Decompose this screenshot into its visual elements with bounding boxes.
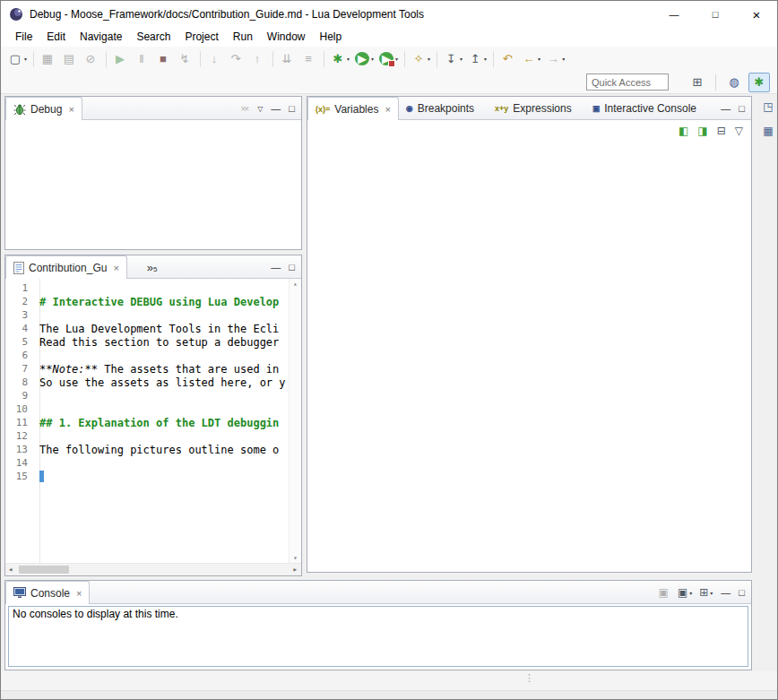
editor-line[interactable]: 7 **Note:** The assets that are used in — [5, 362, 289, 376]
editor-line[interactable]: 13 The following pictures outline some o — [5, 443, 289, 456]
hidden-editors-chevron[interactable]: » 5 — [147, 255, 158, 279]
debug-button[interactable]: ✱ ▾ — [329, 49, 351, 69]
editor-line[interactable]: 5 Read this section to setup a debugger — [5, 335, 289, 349]
dropdown-arrow-icon: ▾ — [395, 56, 398, 62]
tab-icon: (x)= — [316, 105, 330, 114]
pin-view-icon[interactable]: ◨ — [697, 125, 707, 137]
pin-console-icon[interactable]: ▣ — [659, 586, 670, 599]
search-button[interactable]: ✧ ▾ — [410, 49, 432, 69]
disconnect-button[interactable]: ↯ — [176, 49, 195, 69]
tab-interactive-console[interactable]: ▣ Interactive Console — [585, 97, 710, 120]
menu-run[interactable]: Run — [226, 29, 260, 46]
window-close-button[interactable]: × — [736, 1, 777, 28]
minimized-view-icon[interactable]: ▦ — [760, 123, 776, 139]
maximize-icon[interactable]: □ — [289, 262, 295, 272]
tab-contribution-guide[interactable]: Contribution_Gu × — [5, 255, 127, 279]
close-tab-icon[interactable]: × — [76, 588, 82, 599]
scroll-down-icon[interactable]: ▾ — [290, 554, 301, 562]
previous-annotation-button[interactable]: ↥ ▾ — [466, 49, 488, 69]
tab-variables[interactable]: (x)= Variables × — [307, 97, 399, 120]
editor-line[interactable]: 12 — [5, 429, 289, 443]
skip-all-breakpoints-button[interactable]: ⊘ — [82, 49, 101, 69]
menu-edit[interactable]: Edit — [39, 29, 73, 46]
debug-tabbar: Debug × ×× ▽ — □ — [5, 97, 301, 120]
ldt-app-icon — [9, 7, 23, 22]
menu-help[interactable]: Help — [313, 29, 350, 46]
forward-button[interactable]: → ▾ — [544, 49, 566, 69]
restore-minimized-view-icon[interactable]: ◳ — [760, 99, 776, 115]
show-logical-structure-icon[interactable]: ◧ — [679, 125, 688, 137]
scroll-right-icon[interactable]: ▸ — [293, 564, 298, 575]
new-button[interactable]: ▢ ▾ — [6, 49, 29, 69]
scrollbar-thumb[interactable] — [19, 566, 69, 574]
menu-window[interactable]: Window — [260, 29, 313, 46]
quick-access-input[interactable]: Quick Access — [586, 73, 669, 91]
save-button[interactable]: ▦ — [39, 49, 58, 69]
open-console-icon[interactable]: ⊞ ▾ — [699, 586, 713, 599]
menu-search[interactable]: Search — [129, 29, 177, 46]
collapse-all-icon[interactable]: ⊟ — [717, 125, 726, 137]
editor-line[interactable]: 10 — [5, 402, 289, 416]
view-menu-icon[interactable]: ▽ — [257, 105, 263, 113]
horizontal-scrollbar[interactable]: ◂ ▸ — [5, 563, 301, 575]
maximize-icon[interactable]: □ — [739, 587, 745, 598]
save-all-button[interactable]: ▤ — [60, 49, 80, 69]
vertical-scrollbar[interactable]: ▴ ▾ — [289, 279, 301, 563]
tab-debug[interactable]: Debug × — [5, 97, 82, 120]
editor-line[interactable]: 4 The Lua Development Tools in the Ecli — [5, 322, 289, 335]
dropdown-arrow-icon: ▾ — [562, 56, 565, 62]
use-step-filters-button[interactable]: ≡ — [299, 49, 319, 69]
editor-line[interactable]: 2 # Interactive DEBUG using Lua Develop — [5, 295, 289, 308]
close-tab-icon[interactable]: × — [68, 104, 73, 115]
display-selected-console-icon[interactable]: ▣ ▾ — [678, 586, 692, 599]
last-edit-location-button[interactable]: ↶ — [498, 49, 518, 69]
debug-view-content — [5, 120, 301, 249]
next-annotation-button[interactable]: ↧ ▾ — [442, 49, 464, 69]
terminate-button[interactable]: ■ — [154, 49, 174, 69]
maximize-icon[interactable]: □ — [289, 103, 295, 114]
editor-line[interactable]: 3 — [5, 308, 289, 322]
window-minimize-button[interactable]: — — [653, 1, 695, 28]
statusbar-grip-handle[interactable]: ⋮ — [524, 672, 534, 684]
run-button[interactable]: ▶ ▾ — [353, 49, 376, 69]
menu-navigate[interactable]: Navigate — [73, 29, 129, 46]
step-into-button[interactable]: ↓ — [205, 49, 225, 69]
editor-line[interactable]: 11 ## 1. Explanation of the LDT debuggin — [5, 416, 289, 429]
menu-project[interactable]: Project — [177, 29, 225, 46]
scroll-up-icon[interactable]: ▴ — [290, 280, 301, 288]
editor-line[interactable]: 8 So use the assets as listed here, or y — [5, 376, 289, 389]
close-tab-icon[interactable]: × — [385, 104, 390, 115]
open-perspective-icon[interactable]: ⊞ — [687, 73, 708, 92]
step-over-button[interactable]: ↷ — [227, 49, 246, 69]
minimize-icon[interactable]: — — [721, 103, 730, 114]
suspend-button[interactable]: ‖ — [133, 49, 152, 69]
window-maximize-button[interactable]: □ — [695, 1, 736, 28]
minimize-icon[interactable]: — — [271, 262, 281, 272]
maximize-icon[interactable]: □ — [739, 103, 745, 114]
drop-to-frame-button[interactable]: ⇊ — [278, 49, 298, 69]
editor-text-area[interactable]: 1 2 # Interactive DEBUG using Lua Develo… — [5, 279, 301, 575]
menu-file[interactable]: File — [8, 29, 39, 46]
debug-perspective-icon[interactable]: ✱ — [748, 73, 770, 92]
ldt-perspective-icon[interactable]: ◍ — [723, 73, 745, 92]
status-bar: ⋮ — [1, 671, 778, 700]
editor-line[interactable]: 15 — [5, 470, 289, 483]
editor-line[interactable]: 1 — [5, 281, 289, 295]
back-button[interactable]: ← ▾ — [520, 49, 542, 69]
scroll-left-icon[interactable]: ◂ — [8, 564, 13, 575]
editor-line[interactable]: 6 — [5, 349, 289, 362]
step-return-button[interactable]: ↑ — [248, 49, 268, 69]
console-content[interactable]: No consoles to display at this time. — [8, 606, 748, 667]
resume-button[interactable]: ▶ — [111, 49, 131, 69]
view-menu-icon[interactable]: ▽ — [735, 125, 743, 137]
editor-line[interactable]: 14 — [5, 456, 289, 470]
close-tab-icon[interactable]: × — [113, 263, 118, 273]
tab-breakpoints[interactable]: ◉ Breakpoints — [399, 97, 488, 120]
tab-console[interactable]: Console × — [5, 581, 90, 604]
editor-line[interactable]: 9 — [5, 389, 289, 402]
tab-expressions[interactable]: x+y Expressions — [488, 97, 585, 120]
minimize-icon[interactable]: — — [271, 103, 281, 114]
external-tools-button[interactable]: ▶ ▾ — [377, 49, 400, 69]
minimize-icon[interactable]: — — [721, 587, 730, 598]
remove-terminated-icon[interactable]: ×× — [241, 104, 250, 114]
